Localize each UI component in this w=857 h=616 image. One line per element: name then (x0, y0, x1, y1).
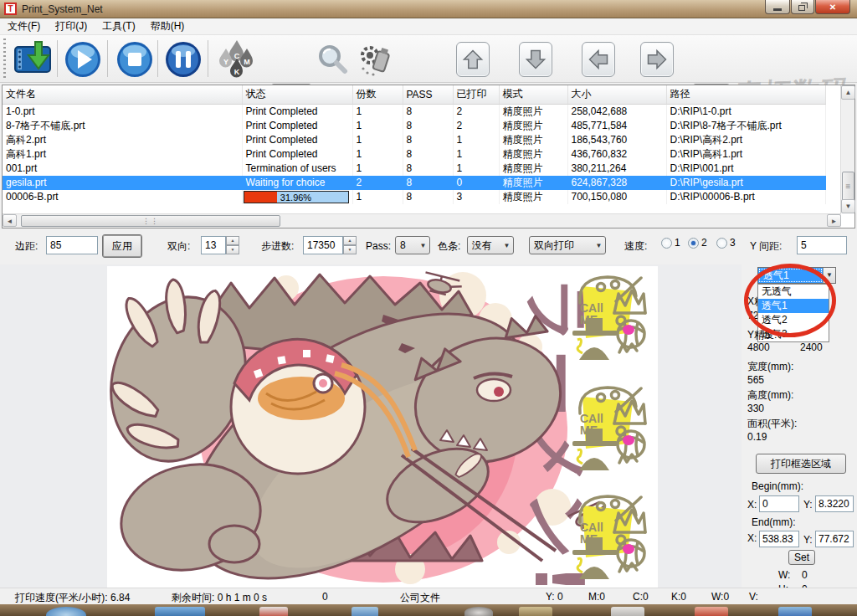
select-print-area-button[interactable]: 打印框选区域 (756, 454, 846, 474)
begin-label: Begin(mm): (752, 480, 803, 492)
play-button[interactable] (64, 40, 102, 81)
vent-option-none[interactable]: 无透气 (758, 285, 829, 299)
cmyk-channels-button[interactable]: C M Y K (216, 38, 258, 83)
table-row[interactable]: 001.prtTermination of users181精度照片380,21… (3, 162, 825, 176)
end-label: End(mm): (752, 516, 796, 528)
pass-combobox[interactable]: 8 ▼ (395, 236, 430, 254)
margin-input[interactable] (46, 236, 98, 254)
speed-radio-2[interactable]: 2 (688, 237, 707, 249)
begin-y-input[interactable] (815, 495, 854, 512)
print-preview-canvas[interactable]: CAll ME, (107, 266, 658, 588)
restore-icon (798, 5, 805, 11)
horizontal-scrollbar[interactable]: ◄ ► (3, 213, 841, 228)
pass-label: Pass: (366, 237, 391, 255)
restore-button[interactable] (791, 0, 814, 14)
move-right-button[interactable] (640, 42, 674, 77)
taskbar-app-icon[interactable] (155, 607, 205, 616)
taskbar-app-icon[interactable] (611, 607, 644, 616)
vent-option-1-selected[interactable]: 透气1 (758, 299, 829, 313)
title-bar[interactable]: T Print_System_Net ✕ (0, 0, 857, 18)
close-button[interactable]: ✕ (815, 0, 850, 14)
table-row[interactable]: 00006-B.prt 31.96% 183精度照片700,150,080D:\… (3, 190, 825, 204)
spin-up-icon[interactable]: ▲ (343, 236, 357, 245)
scroll-right-icon[interactable]: ► (827, 214, 841, 227)
table-row[interactable]: 高科1.prtPrint Completed181精度照片436,760,832… (3, 147, 825, 162)
bidirectional-spinner[interactable]: ▲ ▼ (226, 236, 239, 254)
cmyk-droplets-icon: C M Y K (216, 38, 258, 80)
print-progress-bar: 31.96% (244, 191, 349, 203)
speed-radio-1[interactable]: 1 (661, 237, 680, 249)
vertical-scrollbar[interactable]: ▲ ▼ (840, 85, 854, 213)
col-pass[interactable]: PASS (403, 85, 453, 104)
job-table: 文件名 状态 份数 PASS 已打印 模式 大小 路径 1-0.prtPrint… (2, 85, 855, 228)
end-y-input[interactable] (815, 531, 854, 547)
scroll-up-icon[interactable]: ▲ (841, 85, 855, 100)
vent-combobox[interactable]: 透气1 ▼ (757, 267, 836, 284)
status-remaining-time: 剩余时间: 0 h 1 m 0 s (172, 591, 267, 605)
colorbar-label: 色条: (438, 237, 460, 255)
step-input[interactable] (303, 236, 343, 254)
windows-taskbar[interactable] (0, 604, 857, 616)
pause-button[interactable] (164, 40, 203, 81)
application-window: T Print_System_Net ✕ 文件(F) 打印(J) 工具(T) 帮… (0, 0, 857, 616)
col-printed[interactable]: 已打印 (453, 85, 499, 104)
status-ink-y: Y: 0 (546, 591, 563, 603)
set-button[interactable]: Set (788, 550, 815, 565)
start-orb-icon[interactable] (46, 607, 86, 616)
stop-button[interactable] (115, 40, 154, 81)
col-status[interactable]: 状态 (242, 85, 352, 104)
stop-icon (115, 40, 154, 79)
col-path[interactable]: 路径 (666, 85, 825, 104)
col-filename[interactable]: 文件名 (3, 85, 242, 104)
speed-radio-3[interactable]: 3 (716, 237, 736, 249)
import-job-button[interactable] (13, 40, 52, 80)
col-size[interactable]: 大小 (567, 85, 666, 104)
clean-head-button[interactable] (355, 40, 395, 81)
colorbar-combobox[interactable]: 没有 ▼ (467, 236, 514, 254)
vertical-scroll-thumb[interactable] (842, 172, 854, 202)
horizontal-scroll-thumb[interactable] (21, 215, 280, 227)
taskbar-app-icon[interactable] (464, 607, 493, 616)
move-left-button[interactable] (582, 42, 615, 77)
toolbar-gripper[interactable] (3, 38, 6, 79)
menu-file[interactable]: 文件(F) (0, 18, 48, 35)
menu-tools[interactable]: 工具(T) (95, 18, 142, 35)
spin-up-icon[interactable]: ▲ (226, 236, 239, 245)
spin-down-icon[interactable]: ▼ (343, 245, 357, 254)
zoom-tool-button[interactable] (316, 44, 348, 78)
scroll-left-icon[interactable]: ◄ (3, 214, 17, 227)
apply-button[interactable]: 应用 (102, 234, 142, 258)
table-row-selected[interactable]: gesila.prtWaiting for choice280精度照片624,8… (3, 176, 825, 190)
print-mode-combobox[interactable]: 双向打印 ▼ (529, 236, 606, 254)
arrow-left-icon (586, 47, 611, 72)
move-down-button[interactable] (519, 42, 552, 77)
col-copies[interactable]: 份数 (352, 85, 403, 104)
spin-down-icon[interactable]: ▼ (226, 245, 239, 254)
table-row[interactable]: 高科2.prtPrint Completed181精度照片186,543,760… (3, 133, 825, 147)
taskbar-app-icon[interactable] (778, 607, 812, 616)
ygap-label: Y 间距: (750, 237, 782, 255)
status-count: 0 (322, 591, 328, 603)
table-header-row: 文件名 状态 份数 PASS 已打印 模式 大小 路径 (3, 85, 825, 104)
move-up-button[interactable] (456, 42, 490, 77)
taskbar-app-icon[interactable] (695, 607, 728, 616)
col-mode[interactable]: 模式 (499, 85, 567, 104)
step-spinner[interactable]: ▲ ▼ (343, 236, 357, 254)
table-row[interactable]: 8-7格子不铺底.prtPrint Completed182精度照片485,77… (3, 119, 825, 133)
ygap-input[interactable] (797, 236, 847, 254)
minimize-button[interactable] (765, 0, 790, 14)
begin-x-input[interactable] (759, 495, 799, 512)
taskbar-app-icon[interactable] (259, 607, 288, 616)
preview-area: CAll ME, (0, 264, 857, 588)
end-x-input[interactable] (759, 531, 799, 547)
artwork-godzilla-ramen: CAll ME, (107, 266, 658, 588)
vent-option-2[interactable]: 透气2 (758, 313, 829, 327)
table-row[interactable]: 1-0.prtPrint Completed182精度照片258,042,688… (3, 104, 825, 119)
bidirectional-input[interactable] (201, 236, 226, 254)
scroll-down-icon[interactable]: ▼ (841, 199, 855, 213)
menu-print[interactable]: 打印(J) (48, 18, 95, 35)
radio-label: 2 (701, 237, 707, 249)
taskbar-app-icon[interactable] (519, 607, 552, 616)
menu-help[interactable]: 帮助(H) (143, 18, 192, 35)
taskbar-app-icon[interactable] (352, 607, 378, 616)
